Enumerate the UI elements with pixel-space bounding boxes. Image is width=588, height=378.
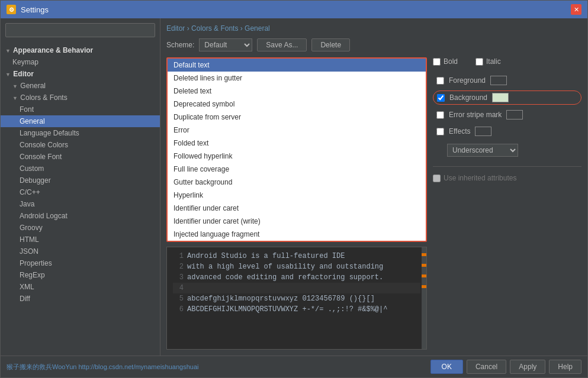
sidebar-item-java[interactable]: Java [1, 198, 160, 210]
preview-area: 1 Android Studio is a full-featured IDE … [166, 247, 427, 350]
title-bar: ⚙ Settings ✕ [1, 1, 587, 18]
apply-button[interactable]: Apply [510, 360, 545, 374]
error-stripe-label: Error stripe mark [449, 111, 502, 119]
sidebar-item-editor[interactable]: ▼ Editor [1, 68, 160, 80]
line-num-4: 4 [173, 283, 184, 293]
title-bar-left: ⚙ Settings [7, 5, 49, 14]
dropdown-item-folded-text[interactable]: Folded text [168, 137, 426, 150]
foreground-label: Foreground [449, 76, 486, 85]
effects-swatch[interactable] [475, 127, 491, 136]
background-row: Background [433, 91, 581, 105]
close-button[interactable]: ✕ [571, 4, 581, 15]
dropdown-item-default-text[interactable]: Default text [168, 59, 426, 72]
effects-checkbox[interactable] [436, 128, 444, 135]
line-num-5: 5 [173, 293, 184, 304]
dropdown-item-duplicate-from-server[interactable]: Duplicate from server [168, 111, 426, 124]
foreground-swatch[interactable] [490, 76, 507, 85]
sidebar-item-appearance[interactable]: ▼ Appearance & Behavior [1, 44, 160, 56]
sidebar: ▼ Appearance & Behavior Keymap ▼ Editor … [1, 18, 160, 356]
foreground-checkbox[interactable] [436, 77, 444, 85]
error-stripe-checkbox[interactable] [436, 111, 444, 119]
error-stripe-swatch[interactable] [506, 110, 523, 119]
dropdown-item-deprecated-symbol[interactable]: Deprecated symbol [168, 98, 426, 111]
sidebar-item-console-font[interactable]: Console Font [1, 151, 160, 163]
bottom-buttons: OK Cancel Apply Help [430, 360, 581, 374]
scheme-label: Scheme: [166, 41, 194, 49]
scheme-row: Scheme: Default Darcula Save As... Delet… [166, 38, 581, 51]
sidebar-item-diff[interactable]: Diff [1, 293, 160, 305]
foreground-row: Foreground [433, 74, 581, 87]
sidebar-item-general-sub[interactable]: General [1, 115, 160, 127]
sidebar-item-custom[interactable]: Custom [1, 163, 160, 175]
scheme-select[interactable]: Default Darcula [199, 38, 252, 51]
dialog-body: ▼ Appearance & Behavior Keymap ▼ Editor … [1, 18, 587, 356]
breadcrumb: Editor › Colors & Fonts › General [166, 24, 581, 33]
watermark-text: 猴子搬来的救兵WooYun http://blog.csdn.net/mynam… [7, 363, 198, 371]
underscored-row: Underscored Underwaved Bordered None [447, 144, 567, 157]
breadcrumb-sep2: › [240, 24, 245, 33]
right-panel: Bold Italic Foreground [433, 57, 581, 350]
underscored-select[interactable]: Underscored Underwaved Bordered None [447, 144, 518, 157]
preview-line-2: 2 with a high level of usability and out… [173, 261, 420, 272]
bold-checkbox[interactable] [433, 58, 441, 66]
dropdown-list[interactable]: Default text Deleted lines in gutter Del… [166, 57, 427, 242]
sidebar-item-cpp[interactable]: C/C++ [1, 186, 160, 198]
save-as-button[interactable]: Save As... [257, 38, 307, 51]
ok-button[interactable]: OK [430, 360, 463, 374]
sidebar-item-colors-fonts[interactable]: ▼ Colors & Fonts [1, 92, 160, 104]
preview-text-5: abcdefghijklmnopqrstuvwxyz 0123456789 ()… [187, 293, 375, 304]
italic-checkbox-item: Italic [475, 57, 501, 66]
dropdown-item-followed-hyperlink[interactable]: Followed hyperlink [168, 150, 426, 163]
dropdown-item-deleted-text[interactable]: Deleted text [168, 85, 426, 98]
background-label: Background [449, 93, 487, 102]
dropdown-item-injected-language-fragment[interactable]: Injected language fragment [168, 228, 426, 241]
bold-label: Bold [444, 57, 458, 66]
sidebar-item-language-defaults[interactable]: Language Defaults [1, 127, 160, 139]
dropdown-item-deleted-lines[interactable]: Deleted lines in gutter [168, 72, 426, 85]
bold-checkbox-item: Bold [433, 57, 458, 66]
dropdown-item-gutter-background[interactable]: Gutter background [168, 176, 426, 189]
preview-scrollbar[interactable] [422, 247, 426, 349]
main-content: Editor › Colors & Fonts › General Scheme… [160, 18, 587, 356]
sidebar-item-keymap[interactable]: Keymap [1, 56, 160, 68]
scroll-mark-2 [422, 264, 426, 267]
sidebar-item-font[interactable]: Font [1, 104, 160, 115]
sidebar-item-console-colors[interactable]: Console Colors [1, 139, 160, 151]
dropdown-item-identifier-under-caret-write[interactable]: Identifier under caret (write) [168, 215, 426, 228]
separator [433, 166, 581, 167]
cancel-button[interactable]: Cancel [467, 360, 506, 374]
inherited-checkbox[interactable] [433, 175, 441, 182]
preview-line-6: 6 ABCDEFGHIJKLMNOPQRSTUVWXYZ +-*/= .,;:!… [173, 304, 420, 315]
line-num-6: 6 [173, 304, 184, 315]
help-button[interactable]: Help [549, 360, 581, 374]
sidebar-item-general[interactable]: ▼ General [1, 80, 160, 92]
sidebar-item-properties[interactable]: Properties [1, 257, 160, 269]
sidebar-item-regexp[interactable]: RegExp [1, 269, 160, 281]
preview-text-6: ABCDEFGHIJKLMNOPQRSTUVWXYZ +-*/= .,;:!? … [187, 304, 387, 315]
line-num-3: 3 [173, 272, 184, 283]
inherited-label: Use inherited attributes [444, 174, 516, 182]
sidebar-item-debugger[interactable]: Debugger [1, 175, 160, 186]
dropdown-item-full-line-coverage[interactable]: Full line coverage [168, 163, 426, 176]
dropdown-item-identifier-under-caret[interactable]: Identifier under caret [168, 202, 426, 215]
error-stripe-row: Error stripe mark [433, 108, 581, 121]
breadcrumb-part3: General [245, 24, 270, 33]
sidebar-item-groovy[interactable]: Groovy [1, 222, 160, 234]
sidebar-item-json[interactable]: JSON [1, 245, 160, 257]
preview-line-5: 5 abcdefghijklmnopqrstuvwxyz 0123456789 … [173, 293, 420, 304]
italic-label: Italic [486, 57, 501, 66]
preview-line-3: 3 advanced code editing and refactoring … [173, 272, 420, 283]
dropdown-item-hyperlink[interactable]: Hyperlink [168, 189, 426, 202]
preview-text-2: with a high level of usability and outst… [187, 261, 383, 272]
dropdown-item-error[interactable]: Error [168, 124, 426, 137]
window-title: Settings [21, 5, 49, 14]
sidebar-item-html[interactable]: HTML [1, 234, 160, 245]
sidebar-item-android-logcat[interactable]: Android Logcat [1, 210, 160, 222]
sidebar-item-xml[interactable]: XML [1, 281, 160, 293]
delete-button[interactable]: Delete [311, 38, 350, 51]
italic-checkbox[interactable] [475, 58, 483, 66]
background-swatch[interactable] [492, 93, 509, 102]
search-input[interactable] [5, 23, 155, 37]
settings-dialog: ⚙ Settings ✕ ▼ Appearance & Behavior Key… [0, 0, 588, 378]
background-checkbox[interactable] [437, 94, 445, 102]
